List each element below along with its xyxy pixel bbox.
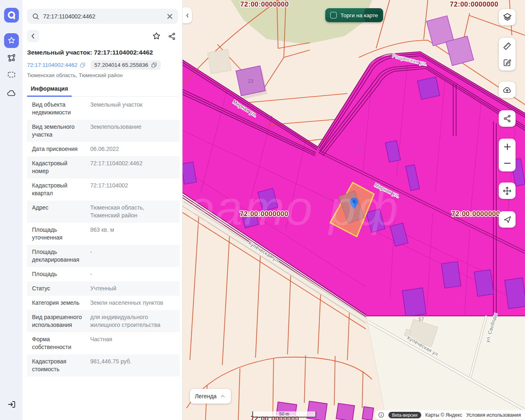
chevron-left-icon — [30, 32, 37, 40]
copy-icon[interactable] — [151, 62, 157, 68]
chevron-left-icon — [185, 13, 190, 18]
clear-search-icon[interactable] — [167, 13, 173, 20]
share-button[interactable] — [166, 30, 178, 42]
table-row: Площадь- — [27, 267, 180, 281]
table-row: Вид земельного участкаЗемлепользование — [27, 120, 180, 142]
scale-label: 50 m — [279, 412, 289, 416]
table-row: СтатусУчтенный — [27, 281, 180, 296]
map-canvas[interactable]: еато рф Мирная ул. Мирная ул. Рощинская … — [183, 0, 525, 420]
terms-of-use-link[interactable]: Условия использования — [466, 412, 521, 418]
parcel-number: 28 — [323, 195, 329, 201]
star-icon — [7, 36, 16, 45]
chevron-up-icon — [219, 393, 226, 399]
dashed-rect-icon — [7, 70, 16, 80]
sidebar-item-select-area[interactable] — [6, 69, 17, 80]
table-row: Форма собственностиЧастная — [27, 332, 180, 354]
cloud-icon — [6, 88, 17, 99]
polygon-icon — [7, 53, 16, 63]
sidebar-item-cloud[interactable] — [6, 88, 17, 99]
collapse-sidebar-button[interactable] — [183, 7, 192, 23]
maps-copyright-link[interactable]: Карты © Яндекс — [425, 412, 462, 418]
minus-icon — [503, 159, 511, 167]
trades-label: Торги на карте — [340, 12, 378, 18]
table-row: Категория земельЗемли населенных пунктов — [27, 296, 180, 310]
edit-icon — [502, 58, 512, 67]
object-chips: 72:17:1104002:4462 57.204014 65.255836 — [27, 60, 161, 70]
tab-bar: Информация — [27, 83, 178, 97]
coordinates-chip[interactable]: 57.204014 65.255836 — [91, 60, 161, 70]
navigate-arrow-icon — [503, 215, 512, 224]
zoom-out-button[interactable] — [499, 155, 516, 171]
object-header-actions — [27, 30, 178, 43]
plus-icon — [503, 143, 511, 151]
cadastral-number-link[interactable]: 72:17:1104002:4462 — [27, 62, 86, 68]
table-row: Кадастровая стоимость981,446.75 руб. — [27, 354, 180, 377]
page-title: Земельный участок: 72:17:1104002:4462 — [27, 49, 180, 56]
beta-badge: Beta-версия — [388, 412, 421, 418]
favorite-button[interactable] — [150, 30, 162, 42]
map-scale-bar: 50 m — [252, 411, 316, 418]
table-row: Вид объекта недвижимостиЗемельный участо… — [27, 98, 180, 120]
table-row: Кадастровый квартал72:17:1104002 — [27, 178, 180, 201]
sign-in-icon — [7, 399, 16, 409]
share-map-button[interactable] — [499, 110, 516, 127]
legend-button[interactable]: Легенда — [190, 389, 231, 404]
parcel-number: 23 — [248, 78, 253, 84]
edit-button[interactable] — [499, 54, 516, 71]
back-button[interactable] — [27, 30, 39, 42]
search-icon — [32, 13, 39, 20]
zoom-controls — [499, 139, 516, 171]
info-icon[interactable] — [378, 412, 384, 418]
quarter-label: 72:00:0000000 — [240, 210, 288, 217]
measure-edit-group — [499, 38, 516, 71]
sidebar-item-favorites[interactable] — [4, 33, 19, 48]
object-info-panel: 72:17:1104002:4462 Земельный участок: 72… — [23, 0, 183, 420]
search-value[interactable]: 72:17:1104002:4462 — [43, 13, 163, 20]
map-attribution: Beta-версия Карты © Яндекс Условия испол… — [375, 410, 525, 420]
map-watermark: еато рф — [187, 181, 400, 235]
cadastral-map-app: 72:17:1104002:4462 Земельный участок: 72… — [0, 0, 525, 420]
basemap-inset — [366, 316, 525, 420]
sidebar-item-draw-polygon[interactable] — [6, 52, 17, 63]
locate-me-button[interactable] — [499, 211, 516, 228]
ruler-button[interactable] — [499, 38, 516, 54]
share-icon — [168, 32, 176, 41]
parcel-number: 25 — [355, 146, 361, 152]
map-graphics: еато рф Мирная ул. Мирная ул. Рощинская … — [183, 0, 525, 420]
logo-icon — [6, 10, 17, 21]
left-icon-rail — [0, 0, 23, 420]
object-location: Тюменская область, Тюменский район — [27, 72, 123, 78]
table-row: Площадь уточненная863 кв. м — [27, 223, 180, 245]
table-row: Площадь декларированная- — [27, 245, 180, 267]
table-row: Кадастровый номер72:17:1104002:4462 — [27, 156, 180, 178]
search-input[interactable]: 72:17:1104002:4462 — [27, 9, 178, 24]
pan-mode-button[interactable] — [499, 183, 516, 199]
table-row: Дата присвоения06.06.2022 — [27, 142, 180, 156]
cloud-upload-icon — [502, 85, 512, 95]
app-logo[interactable] — [4, 8, 19, 23]
layers-button[interactable] — [499, 9, 516, 25]
sign-in-button[interactable] — [6, 399, 17, 410]
table-row: АдресТюменская область, Тюменский район — [27, 201, 180, 223]
zoom-in-button[interactable] — [499, 139, 516, 155]
info-table: Вид объекта недвижимостиЗемельный участо… — [27, 98, 180, 377]
star-outline-icon — [152, 32, 161, 41]
upload-button[interactable] — [499, 82, 516, 98]
quarter-label: 72:00:0000000 — [452, 210, 500, 217]
tab-information[interactable]: Информация — [27, 83, 72, 97]
quarter-label: 72:00:0000000 — [240, 0, 289, 8]
share-icon — [503, 114, 512, 123]
table-row: Вид разрешенного использованиядля индиви… — [27, 310, 180, 332]
quarter-label: 72:00:0000000 — [450, 0, 498, 8]
parcel-number: 57 — [418, 317, 424, 322]
legend-label: Легенда — [195, 393, 217, 399]
trades-checkbox[interactable] — [330, 12, 337, 18]
ruler-icon — [502, 41, 512, 51]
layers-icon — [502, 12, 512, 22]
trades-on-map-toggle[interactable]: Торги на карте — [325, 8, 383, 22]
copy-icon[interactable] — [80, 62, 86, 68]
move-icon — [502, 186, 512, 196]
